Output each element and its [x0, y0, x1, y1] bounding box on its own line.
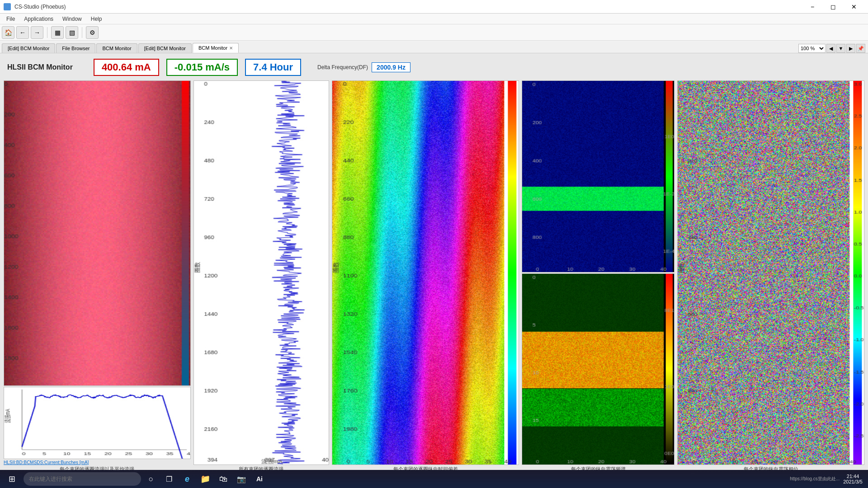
window-controls: − ◻ ✕ [802, 0, 864, 14]
tab-bar: [Edit] BCM Monitor File Browser BCM Moni… [0, 41, 868, 53]
close-button[interactable]: ✕ [844, 0, 864, 14]
clock: 21:44 [843, 474, 863, 479]
taskbar-app1[interactable]: 📷 [233, 471, 250, 487]
zoom-down-button[interactable]: ▼ [836, 44, 845, 53]
delta-freq-label: Delta Frequency(DF) [317, 64, 368, 70]
title-bar: CS-Studio (Phoebus) − ◻ ✕ [0, 0, 868, 14]
panel-4: 每个束团的纵向震荡频谱 [522, 80, 675, 473]
menu-applications[interactable]: Applications [19, 14, 58, 24]
tab-0[interactable]: [Edit] BCM Monitor [2, 43, 55, 53]
layout-btn2[interactable]: ▧ [66, 26, 78, 39]
tab-close-icon[interactable]: ✕ [229, 46, 233, 51]
date: 2021/3/5 [843, 479, 863, 484]
forward-button[interactable]: → [31, 26, 43, 39]
delta-freq-container: Delta Frequency(DF) 2000.9 Hz [317, 62, 410, 72]
toolbar: 🏠 ← → ▦ ▧ ⚙ [0, 24, 868, 41]
toolbar-separator2 [82, 27, 82, 38]
menu-bar: File Applications Window Help [0, 14, 868, 24]
taskbar-search-input[interactable] [24, 472, 141, 486]
rate-value: -0.015 mA/s [166, 59, 238, 76]
zoom-forward-button[interactable]: ▶ [846, 44, 855, 53]
taskbar: ⊞ ○ ❐ e 📁 🛍 📷 Ai https://blog.cs里由此处... … [0, 470, 868, 488]
delta-freq-value: 2000.9 Hz [372, 62, 410, 72]
monitor-title: HLSII BCM Monitor [7, 63, 73, 71]
settings-button[interactable]: ⚙ [86, 26, 99, 39]
taskbar-right: https://blog.cs里由此处... 21:44 2021/3/5 [790, 474, 866, 484]
current-value: 400.64 mA [94, 59, 159, 76]
menu-window[interactable]: Window [58, 14, 86, 24]
panel-1: HLSII:BD:BCMSDS:Current:Bunches [mA] 每个束… [4, 80, 191, 473]
taskbar-folder[interactable]: 📁 [197, 471, 213, 487]
taskbar-taskview[interactable]: ❐ [161, 471, 177, 487]
taskbar-cortana[interactable]: ○ [143, 471, 159, 487]
taskbar-url[interactable]: https://blog.cs里由此处... [790, 476, 840, 482]
menu-help[interactable]: Help [86, 14, 107, 24]
start-button[interactable]: ⊞ [2, 471, 22, 487]
taskbar-edge[interactable]: e [179, 471, 195, 487]
home-button[interactable]: 🏠 [2, 26, 14, 39]
current-value-text: 400.64 mA [102, 61, 151, 73]
tab-1[interactable]: File Browser [56, 43, 95, 53]
time-value: 7.4 Hour [245, 59, 301, 76]
tab-3[interactable]: [Edit] BCM Monitor [138, 43, 192, 53]
restore-button[interactable]: ◻ [823, 0, 844, 14]
zoom-back-button[interactable]: ◀ [826, 44, 835, 53]
panel-5: 每个束团的纵向震荡相位 [677, 80, 864, 473]
zoom-select[interactable]: 100 % 75 % 125 % [798, 44, 826, 53]
layout-button[interactable]: ▦ [51, 26, 64, 39]
tab-2[interactable]: BCM Monitor [96, 43, 137, 53]
taskbar-store[interactable]: 🛍 [215, 471, 231, 487]
tab-4[interactable]: BCM Monitor ✕ [193, 43, 239, 53]
panel-3: 每个束团的逐圈纵向时间偏差 [332, 80, 519, 473]
toolbar-separator [47, 27, 47, 38]
taskbar-time: 21:44 2021/3/5 [843, 474, 863, 484]
panel-2: 所有束团的逐圈流强 [193, 80, 330, 473]
delta-freq-value-text: 2000.9 Hz [377, 64, 406, 71]
app-title: CS-Studio (Phoebus) [14, 4, 66, 10]
menu-file[interactable]: File [2, 14, 19, 24]
taskbar-app2[interactable]: Ai [251, 471, 268, 487]
app-icon [4, 3, 11, 10]
panel1-link[interactable]: HLSII:BD:BCMSDS:Current:Bunches [mA] [4, 460, 191, 465]
minimize-button[interactable]: − [802, 0, 823, 14]
back-button[interactable]: ← [16, 26, 29, 39]
rate-value-text: -0.015 mA/s [175, 61, 230, 73]
zoom-pin-button[interactable]: 📌 [856, 44, 865, 53]
time-value-text: 7.4 Hour [253, 61, 293, 73]
